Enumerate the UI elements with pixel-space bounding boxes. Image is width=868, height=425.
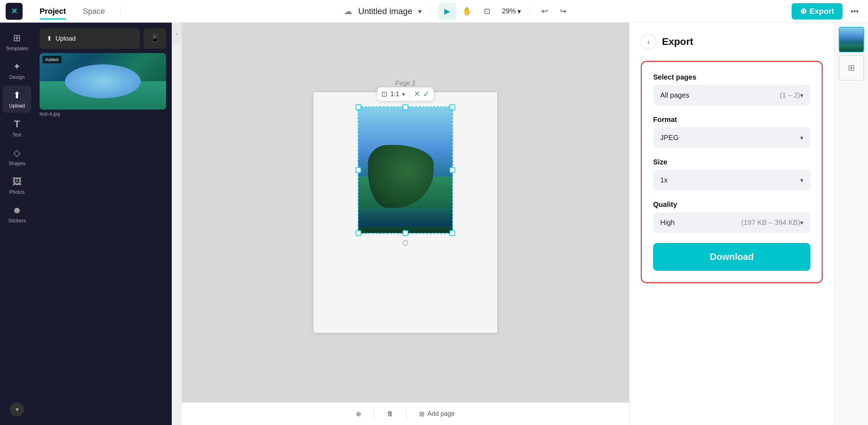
size-dropdown[interactable]: 1x ▾ — [653, 170, 810, 191]
panel-image-item[interactable]: Added test-4.jpg — [40, 53, 166, 117]
upload-button-label: Upload — [55, 35, 76, 42]
frame-tool-button[interactable]: ⊡ — [479, 3, 495, 20]
handle-top-right[interactable] — [450, 104, 455, 110]
select-tool-button[interactable]: ▶ — [439, 3, 456, 20]
quality-section-label: Quality — [653, 200, 810, 209]
sidebar-upload-label: Upload — [9, 103, 25, 109]
sidebar-photos-label: Photos — [9, 189, 25, 195]
handle-top-middle[interactable] — [403, 104, 408, 110]
panel-image-filename: test-4.jpg — [40, 111, 166, 117]
sidebar-item-text[interactable]: T Text — [3, 114, 31, 142]
handle-bottom-left[interactable] — [356, 230, 361, 236]
sidebar-item-stickers[interactable]: ☻ Stickers — [3, 200, 31, 228]
main-area: ⊞ Templates ✦ Design ⬆ Upload T Text ◇ S… — [0, 23, 868, 425]
upload-image-grid: Added test-4.jpg — [40, 53, 166, 117]
format-dropdown[interactable]: JPEG ▾ — [653, 127, 810, 148]
topbar-divider-3 — [530, 6, 530, 17]
page-label: Page 2 — [395, 80, 415, 87]
wave-decoration — [358, 208, 452, 227]
add-page-button[interactable]: ⊕ — [352, 407, 365, 421]
zoom-value: 29% — [502, 7, 516, 15]
hand-tool-button[interactable]: ✋ — [459, 3, 476, 20]
handle-middle-left[interactable] — [356, 167, 361, 173]
crop-toolbar: ⊡ 1:1 ▾ ✕ ✓ — [377, 87, 433, 101]
templates-icon: ⊞ — [13, 33, 21, 43]
add-page-label-button[interactable]: ⊞ Add page — [415, 407, 459, 421]
sidebar-item-templates[interactable]: ⊞ Templates — [3, 28, 31, 56]
design-icon: ✦ — [13, 61, 21, 72]
canvas-area: Page 2 ⊡ 1:1 ▾ ✕ ✓ — [182, 23, 629, 425]
app-logo[interactable]: ✕ — [6, 3, 23, 20]
sidebar-item-photos[interactable]: 🖼 Photos — [3, 172, 31, 199]
crop-toolbar-divider — [409, 90, 410, 98]
crop-chevron-icon[interactable]: ▾ — [402, 91, 405, 98]
pages-dropdown[interactable]: All pages (1 – 2) ▾ — [653, 85, 810, 106]
canvas-content[interactable]: Page 2 ⊡ 1:1 ▾ ✕ ✓ — [182, 23, 629, 402]
export-quality-section: Quality High (197 KB – 394 KB) ▾ — [653, 200, 810, 233]
add-page-icon: ⊕ — [356, 410, 361, 418]
edit-image-container[interactable]: ⊡ 1:1 ▾ ✕ ✓ — [358, 106, 453, 234]
export-button[interactable]: ⊕ Export — [792, 3, 843, 19]
sidebar-text-label: Text — [12, 132, 22, 138]
handle-bottom-right[interactable] — [450, 230, 455, 236]
export-pages-section: Select pages All pages (1 – 2) ▾ — [653, 73, 810, 106]
export-size-section: Size 1x ▾ — [653, 158, 810, 191]
page-thumbnail-1[interactable] — [839, 27, 864, 52]
device-button[interactable]: 📱 — [143, 28, 166, 49]
download-button[interactable]: Download — [653, 243, 810, 271]
upload-buttons-row: ⬆ Upload 📱 — [40, 28, 166, 49]
sidebar-chevron-icon: ▾ — [16, 406, 19, 413]
add-page-thumbnail-button[interactable]: ⊞ — [839, 55, 864, 81]
sidebar-templates-label: Templates — [6, 46, 28, 51]
left-sidebar: ⊞ Templates ✦ Design ⬆ Upload T Text ◇ S… — [0, 23, 34, 425]
handle-middle-right[interactable] — [450, 167, 455, 173]
crop-ratio-label: 1:1 — [390, 91, 399, 98]
topbar-divider-1 — [121, 6, 121, 17]
topbar-tabs: Project Space — [31, 4, 113, 19]
size-chevron-icon: ▾ — [800, 176, 803, 184]
sidebar-collapse-button[interactable]: ▾ — [10, 402, 24, 417]
topbar-center: ☁ Untitled image ▾ ▶ ✋ ⊡ 29% ▾ ↩ ↪ — [128, 3, 787, 20]
topbar-tools: ▶ ✋ ⊡ 29% ▾ ↩ ↪ — [439, 3, 571, 20]
upload-cloud-icon: ⬆ — [47, 35, 52, 42]
export-plus-icon: ⊕ — [800, 7, 807, 16]
handle-top-left[interactable] — [356, 104, 361, 110]
crop-cancel-button[interactable]: ✕ — [414, 89, 420, 99]
more-options-button[interactable]: ••• — [847, 4, 862, 19]
delete-button[interactable]: 🗑 — [383, 407, 398, 420]
redo-button[interactable]: ↪ — [555, 3, 571, 20]
tab-project[interactable]: Project — [31, 4, 75, 19]
quality-dropdown[interactable]: High (197 KB – 394 KB) ▾ — [653, 212, 810, 233]
handle-rotate[interactable] — [403, 240, 408, 246]
handle-bottom-middle[interactable] — [403, 230, 408, 236]
sidebar-shapes-label: Shapes — [8, 161, 25, 166]
undo-button[interactable]: ↩ — [536, 3, 553, 20]
page-thumbnail-image — [839, 28, 863, 52]
upload-panel: ⬆ Upload 📱 Added test-4.jpg — [34, 23, 172, 425]
export-panel-title: Export — [662, 36, 693, 47]
tab-space[interactable]: Space — [75, 4, 113, 19]
device-icon: 📱 — [150, 34, 160, 43]
sidebar-item-upload[interactable]: ⬆ Upload — [3, 86, 31, 113]
document-title[interactable]: Untitled image — [358, 6, 412, 16]
bottom-divider-2 — [406, 408, 406, 420]
sidebar-item-shapes[interactable]: ◇ Shapes — [3, 143, 31, 170]
canvas-image — [358, 107, 452, 233]
sidebar-item-design[interactable]: ✦ Design — [3, 57, 31, 84]
export-header: ‹ Export — [641, 34, 823, 50]
quality-range: (197 KB – 394 KB) — [741, 219, 800, 227]
quality-chevron-icon: ▾ — [800, 219, 803, 227]
format-chevron-icon: ▾ — [800, 134, 803, 142]
collapse-chevron-icon: ‹ — [176, 31, 178, 37]
size-section-label: Size — [653, 158, 810, 166]
panel-collapse-button[interactable]: ‹ — [172, 23, 182, 45]
export-back-button[interactable]: ‹ — [641, 34, 656, 50]
bottom-divider-1 — [374, 408, 374, 420]
undo-redo-group: ↩ ↪ — [536, 3, 571, 20]
canvas-bottom-bar: ⊕ 🗑 ⊞ Add page — [182, 402, 629, 425]
upload-file-button[interactable]: ⬆ Upload — [40, 28, 140, 49]
zoom-chevron-icon: ▾ — [517, 7, 521, 16]
crop-confirm-button[interactable]: ✓ — [423, 89, 429, 99]
zoom-control[interactable]: 29% ▾ — [498, 5, 524, 18]
title-chevron-icon[interactable]: ▾ — [418, 7, 422, 16]
